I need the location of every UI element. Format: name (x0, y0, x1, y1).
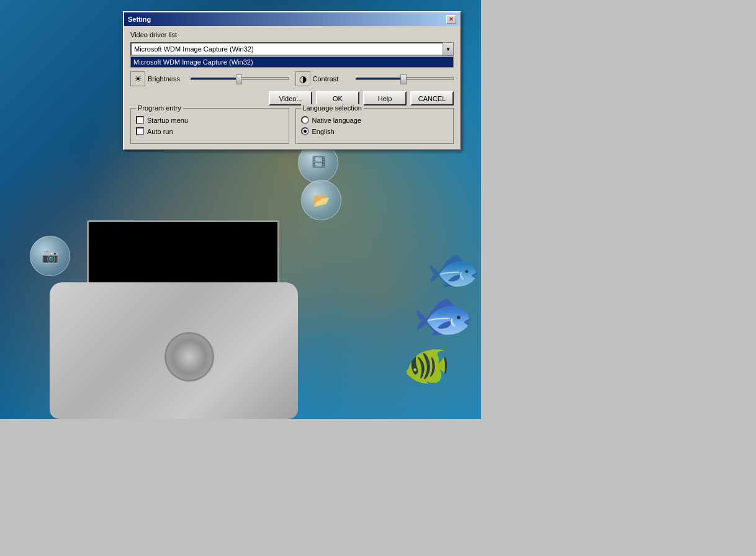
dialog-content: Video driver list Microsoft WDM Image Ca… (124, 26, 460, 149)
native-language-label: Native language (312, 117, 362, 124)
contrast-thumb[interactable] (400, 74, 407, 84)
driver-dropdown[interactable]: Microsoft WDM Image Capture (Win32) (130, 42, 454, 56)
english-label: English (312, 128, 335, 135)
program-entry-group: Program entry Startup menu Auto run (130, 108, 289, 144)
brightness-thumb[interactable] (236, 74, 242, 84)
language-selection-title: Language selection (301, 104, 364, 112)
video-button[interactable]: Video... (269, 91, 312, 105)
auto-run-label: Auto run (147, 128, 173, 135)
close-button[interactable]: ✕ (446, 15, 456, 24)
startup-menu-row: Startup menu (136, 116, 284, 124)
english-radio[interactable] (301, 127, 309, 135)
brightness-fill (191, 78, 240, 79)
native-language-row: Native language (301, 116, 449, 124)
native-language-radio[interactable] (301, 116, 309, 124)
language-selection-group: Language selection Native language Engli… (295, 108, 454, 144)
ok-button[interactable]: OK (316, 91, 359, 105)
brightness-slider[interactable] (191, 78, 289, 80)
auto-run-row: Auto run (136, 127, 284, 135)
video-driver-label: Video driver list (130, 31, 454, 38)
contrast-fill (356, 78, 405, 79)
cancel-button[interactable]: CANCEL (410, 91, 454, 105)
brightness-label: Brightness (148, 75, 188, 83)
dropdown-popup: Microsoft WDM Image Capture (Win32) (130, 56, 454, 68)
contrast-slider[interactable] (356, 78, 454, 80)
english-row: English (301, 127, 449, 135)
sliders-row: ☀ Brightness ◑ Contrast (130, 71, 454, 86)
english-radio-dot (304, 130, 307, 133)
dropdown-selected-item[interactable]: Microsoft WDM Image Capture (Win32) (131, 57, 453, 67)
startup-menu-label: Startup menu (147, 117, 188, 124)
right-panel (481, 0, 756, 556)
auto-run-checkbox[interactable] (136, 127, 144, 135)
bottom-panel (0, 419, 481, 556)
setting-dialog: Setting ✕ Video driver list Microsoft WD… (123, 11, 461, 150)
contrast-icon: ◑ (295, 71, 310, 86)
program-entry-title: Program entry (136, 104, 183, 112)
brightness-group: ☀ Brightness (130, 71, 289, 86)
brightness-icon: ☀ (130, 71, 145, 86)
dialog-title: Setting (128, 16, 151, 23)
startup-menu-checkbox[interactable] (136, 116, 144, 124)
buttons-row: Video... OK Help CANCEL (130, 91, 454, 105)
help-button[interactable]: Help (363, 91, 407, 105)
contrast-group: ◑ Contrast (295, 71, 454, 86)
dialog-overlay: Setting ✕ Video driver list Microsoft WD… (0, 0, 481, 419)
background: 🐟 🐠 🐟 📷 🎞 📂 Setting ✕ Video dri (0, 0, 481, 419)
bottom-sections: Program entry Startup menu Auto run Lang… (130, 108, 454, 144)
contrast-label: Contrast (313, 75, 353, 83)
dialog-titlebar[interactable]: Setting ✕ (124, 12, 460, 26)
driver-dropdown-container[interactable]: Microsoft WDM Image Capture (Win32) ▼ (130, 42, 454, 56)
